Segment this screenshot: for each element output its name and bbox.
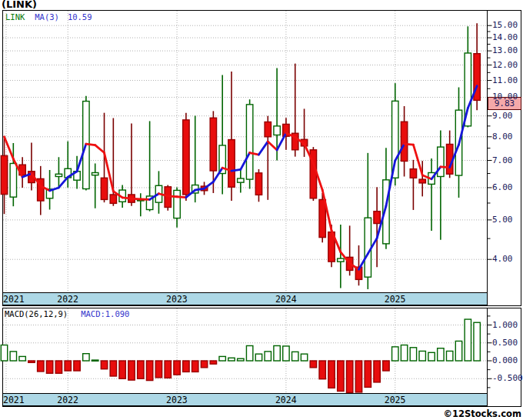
price-axis-label: 15.00 (492, 20, 518, 30)
macd-bar (146, 361, 152, 381)
macd-bar (301, 354, 307, 361)
macd-bar (119, 361, 125, 378)
macd-legend: MACD(26,12,9)MACD:1.090 (5, 309, 129, 318)
macd-bar (419, 351, 425, 361)
macd-bar (355, 361, 361, 392)
candle (138, 193, 144, 216)
ma-segment (258, 142, 268, 155)
macd-bar (210, 361, 216, 364)
ma-segment (277, 133, 286, 150)
candle (365, 153, 371, 289)
ma-segment (441, 167, 450, 168)
macd-bar (310, 361, 316, 368)
macd-bar (255, 354, 262, 361)
ma-segment (132, 198, 141, 199)
macd-bar (1, 345, 7, 361)
macd-bar (401, 345, 407, 361)
year-label: 2022 (57, 395, 88, 405)
macd-bar (55, 361, 62, 373)
macd-bar (174, 361, 180, 375)
candle (165, 185, 171, 211)
ma-label: MA(3) (35, 12, 59, 22)
price-axis-label: 6.00 (492, 182, 513, 192)
year-label: 2022 (57, 294, 88, 305)
macd-bar (19, 356, 25, 361)
macd-bar (74, 361, 80, 371)
macd-bar (465, 319, 471, 361)
watermark-link[interactable]: ©12Stocks.com (443, 408, 521, 419)
price-axis-label: 14.00 (492, 32, 518, 42)
candle (28, 142, 35, 190)
macd-bar (428, 352, 435, 361)
macd-bar (165, 361, 171, 378)
macd-bar (392, 347, 398, 361)
year-label: 2021 (3, 294, 34, 305)
candle (410, 160, 416, 210)
candle (92, 163, 98, 208)
macd-bar (274, 345, 280, 361)
macd-bar (346, 361, 352, 392)
macd-bar (10, 352, 16, 361)
macd-bar (110, 361, 116, 376)
price-axis-label: 10.00 (492, 92, 518, 102)
macd-bar (92, 360, 98, 361)
ma-segment (122, 198, 132, 198)
price-axis-label: 12.00 (492, 60, 518, 70)
candle (128, 124, 135, 206)
macd-axis-label: 1.000 (492, 320, 518, 330)
candlesticks (1, 23, 480, 289)
candle (401, 106, 407, 176)
candle (446, 131, 452, 178)
candle (101, 113, 107, 202)
ma-segment (168, 196, 177, 197)
ma-segment (268, 142, 277, 150)
macd-bar (292, 352, 298, 361)
macd-bar (155, 361, 162, 378)
candle (55, 157, 62, 188)
candle (174, 188, 180, 228)
macd-indicator-label: MACD(26,12,9) (5, 309, 68, 318)
macd-bar (319, 361, 325, 379)
macd-axis-label: -0.500 (492, 373, 523, 383)
candle (310, 147, 316, 201)
macd-bar (474, 322, 480, 361)
price-axis-label: 11.00 (492, 75, 518, 85)
price-axis-label: 8.00 (492, 132, 513, 142)
macd-bar (228, 358, 235, 361)
ma-segment (95, 145, 105, 153)
macd-bar (328, 361, 335, 388)
macd-bar (65, 361, 71, 371)
price-axis-label: 9.00 (492, 111, 513, 121)
candle (183, 113, 189, 201)
candle (228, 72, 235, 201)
macd-bar (28, 361, 35, 362)
ma-segment (195, 188, 205, 190)
macd-bar (238, 358, 244, 361)
candle (38, 166, 44, 215)
stock-chart-page: (LINK) LINKMA(3)10.59 MACD(26,12,9)MACD:… (0, 0, 523, 420)
price-axis-label: 13.00 (492, 45, 518, 55)
macd-bar (265, 352, 271, 361)
candle (428, 158, 435, 231)
ma-value: 10.59 (68, 12, 92, 22)
year-label: 2023 (166, 395, 197, 405)
macd-bar (446, 351, 452, 361)
ma-segment (405, 144, 414, 145)
candle (238, 169, 244, 193)
candle (438, 131, 444, 240)
macd-bar (283, 346, 289, 361)
macd-bar (128, 361, 135, 380)
year-label: 2023 (166, 294, 197, 305)
macd-value-label: MACD:1.090 (81, 309, 129, 318)
macd-bar (38, 361, 44, 372)
macd-bar (83, 354, 89, 361)
candle (255, 169, 262, 202)
price-axis-label: 5.00 (492, 215, 513, 225)
ma-segment (177, 197, 186, 198)
macd-bar (201, 361, 207, 368)
candle (265, 116, 271, 200)
macd-axis-label: 0.500 (492, 338, 518, 348)
macd-bar (183, 361, 189, 372)
ma-segment (50, 188, 59, 191)
ticker-label: LINK (5, 12, 25, 22)
